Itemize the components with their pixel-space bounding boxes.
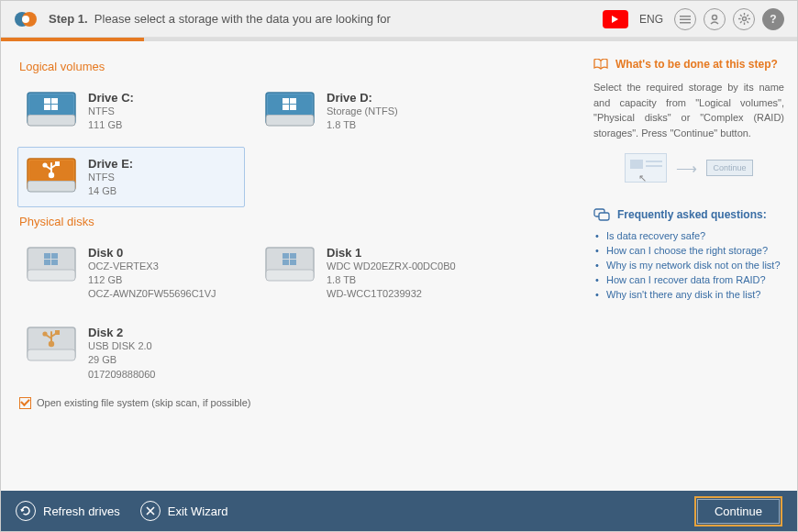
svg-point-30 bbox=[713, 15, 717, 19]
exit-button[interactable]: Exit Wizard bbox=[140, 501, 228, 521]
disk-name: Disk 2 bbox=[88, 326, 155, 339]
checkbox-label: Open existing file system (skip scan, if… bbox=[37, 397, 251, 408]
svg-rect-27 bbox=[680, 16, 691, 17]
footer: Refresh drives Exit Wizard Continue bbox=[1, 491, 797, 531]
svg-point-26 bbox=[22, 16, 29, 23]
logical-volume[interactable]: Drive C: NTFS 111 GB bbox=[17, 81, 245, 141]
disk-size: 1.8 TB bbox=[327, 273, 456, 287]
storage-panel: Logical volumes Drive C: NTFS 111 GB Dri… bbox=[1, 41, 592, 491]
help-title: What's to be done at this step? bbox=[593, 58, 784, 71]
disk-serial: OCZ-AWNZ0FW55696C1VJ bbox=[88, 287, 216, 301]
continue-button[interactable]: Continue bbox=[694, 496, 782, 526]
faq-link[interactable]: Is data recovery safe? bbox=[593, 228, 784, 243]
drive-name: Drive D: bbox=[327, 91, 398, 105]
drive-size: 111 GB bbox=[88, 118, 134, 132]
disk-serial: 017209888060 bbox=[88, 368, 155, 382]
user-icon[interactable] bbox=[704, 8, 726, 30]
drive-size: 14 GB bbox=[88, 184, 133, 198]
svg-rect-29 bbox=[680, 22, 691, 24]
disk-model: OCZ-VERTEX3 bbox=[88, 260, 216, 273]
book-icon bbox=[593, 59, 608, 70]
physical-disk[interactable]: Disk 0 OCZ-VERTEX3 112 GB OCZ-AWNZ0FW556… bbox=[17, 236, 245, 310]
checkbox-icon bbox=[19, 397, 31, 409]
log-icon[interactable] bbox=[674, 8, 696, 30]
close-icon bbox=[140, 501, 161, 521]
gear-icon[interactable] bbox=[733, 8, 755, 30]
drive-icon bbox=[264, 244, 316, 284]
drive-fs: NTFS bbox=[88, 171, 133, 184]
faq-link[interactable]: Why is my network disk not on the list? bbox=[593, 258, 784, 272]
faq-list: Is data recovery safe?How can I choose t… bbox=[593, 228, 784, 302]
physical-disk[interactable]: Disk 1 WDC WD20EZRX-00DC0B0 1.8 TB WD-WC… bbox=[256, 236, 483, 310]
svg-rect-42 bbox=[599, 213, 609, 220]
disk-serial: WD-WCC1T0239932 bbox=[327, 287, 456, 301]
refresh-button[interactable]: Refresh drives bbox=[16, 501, 120, 521]
step-title: Step 1. Please select a storage with the… bbox=[49, 12, 391, 26]
help-illustration: ↖ ⟶ Continue bbox=[593, 153, 784, 183]
language-selector[interactable]: ENG bbox=[636, 13, 667, 26]
drive-icon bbox=[26, 244, 77, 284]
svg-line-38 bbox=[740, 21, 742, 23]
drive-icon bbox=[26, 155, 77, 195]
app-logo-icon bbox=[14, 7, 38, 31]
refresh-label: Refresh drives bbox=[43, 504, 120, 518]
header: Step 1. Please select a storage with the… bbox=[1, 1, 797, 38]
drive-fs: NTFS bbox=[88, 105, 134, 118]
drive-name: Drive E: bbox=[88, 157, 133, 171]
logical-volume[interactable]: Drive E: NTFS 14 GB bbox=[17, 147, 245, 207]
disk-size: 29 GB bbox=[88, 353, 155, 367]
disk-size: 112 GB bbox=[88, 273, 216, 287]
drive-icon bbox=[264, 89, 316, 129]
svg-line-37 bbox=[747, 21, 748, 23]
refresh-icon bbox=[16, 501, 36, 521]
faq-title: Frequently asked questions: bbox=[593, 208, 784, 221]
disk-name: Disk 0 bbox=[88, 246, 216, 260]
logical-volume[interactable]: Drive D: Storage (NTFS) 1.8 TB bbox=[256, 81, 483, 141]
youtube-icon[interactable] bbox=[603, 10, 628, 28]
drive-size: 1.8 TB bbox=[327, 118, 398, 132]
drive-icon bbox=[26, 89, 77, 129]
help-text: Select the required storage by its name … bbox=[593, 80, 784, 140]
drive-fs: Storage (NTFS) bbox=[327, 105, 398, 118]
exit-label: Exit Wizard bbox=[168, 504, 228, 518]
disk-model: USB DISK 2.0 bbox=[88, 339, 155, 353]
svg-rect-28 bbox=[680, 18, 691, 20]
disk-name: Disk 1 bbox=[327, 246, 456, 260]
disk-model: WDC WD20EZRX-00DC0B0 bbox=[327, 260, 456, 273]
svg-line-39 bbox=[747, 15, 748, 17]
skip-scan-checkbox[interactable]: Open existing file system (skip scan, if… bbox=[19, 397, 575, 409]
faq-link[interactable]: How can I recover data from RAID? bbox=[593, 272, 784, 287]
drive-icon bbox=[26, 324, 77, 364]
faq-link[interactable]: How can I choose the right storage? bbox=[593, 243, 784, 258]
help-panel: What's to be done at this step? Select t… bbox=[592, 41, 797, 491]
svg-point-31 bbox=[742, 17, 746, 21]
section-physical-title: Physical disks bbox=[19, 215, 575, 228]
faq-link[interactable]: Why isn't there any disk in the list? bbox=[593, 287, 784, 302]
physical-disk[interactable]: Disk 2 USB DISK 2.0 29 GB 017209888060 bbox=[17, 316, 245, 390]
svg-line-36 bbox=[740, 15, 742, 17]
drive-name: Drive C: bbox=[88, 91, 134, 105]
section-logical-title: Logical volumes bbox=[19, 60, 575, 73]
help-icon[interactable]: ? bbox=[762, 8, 784, 30]
faq-icon bbox=[593, 208, 610, 221]
